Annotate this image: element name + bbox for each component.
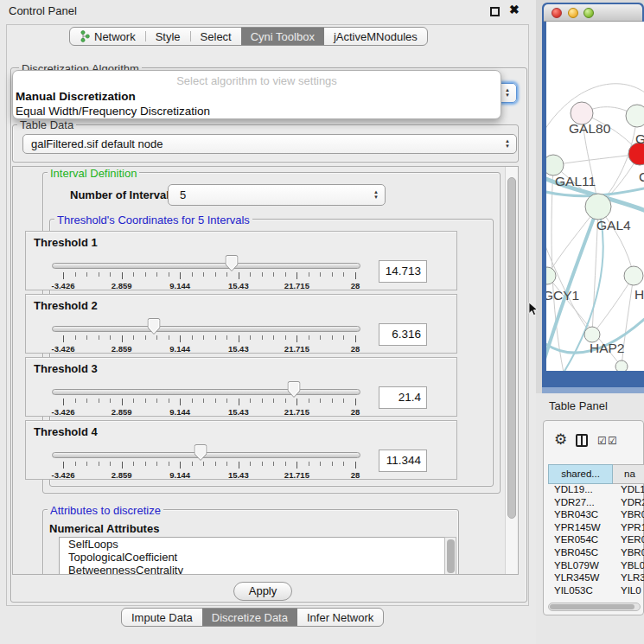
bottom-tab-discretize-data[interactable]: Discretize Data <box>202 609 297 626</box>
table-panel-title: Table Panel <box>549 399 608 412</box>
bottom-tab-impute-data[interactable]: Impute Data <box>122 609 202 626</box>
slider-thumb[interactable] <box>226 255 239 271</box>
cell-shared-name: YER054C <box>548 534 613 547</box>
cell-name: YER0 <box>613 534 644 547</box>
network-node[interactable] <box>615 360 628 371</box>
table-horizontal-scrollbar[interactable] <box>548 603 641 611</box>
tick-mark <box>215 462 216 466</box>
network-window-titlebar[interactable] <box>544 4 642 22</box>
tab-label: jActiveMNodules <box>334 30 418 43</box>
network-node[interactable] <box>546 267 556 284</box>
table-row[interactable]: YPR145WYPR1 <box>548 522 644 535</box>
table-row[interactable]: YBR045CYBR0 <box>548 547 644 560</box>
tick-label: 21.715 <box>284 407 309 417</box>
threshold-value-field[interactable]: 21.4 <box>379 386 427 409</box>
network-node[interactable] <box>626 105 644 127</box>
thresholds-group-title: Threshold's Coordinates for 5 Intervals <box>54 214 252 226</box>
dropdown-placeholder-item[interactable]: Select algorithm to view settings <box>13 74 501 89</box>
checked-box-icon-2[interactable]: ☑ <box>608 435 617 447</box>
table-data-combobox[interactable]: galFiltered.sif default node ▲▼ <box>22 134 517 154</box>
column-header-shared-name[interactable]: shared... <box>548 464 613 484</box>
bottom-tab-strip: Impute DataDiscretize DataInfer Network <box>121 608 384 627</box>
slider-tick-labels: -3.426 2.859 9.144 15.43 21.715 28 <box>63 344 355 353</box>
attribute-item-topologicalcoefficient[interactable]: TopologicalCoefficient <box>60 551 455 564</box>
threshold-slider-track[interactable] <box>52 389 360 395</box>
minimize-traffic-light-icon[interactable] <box>568 8 578 18</box>
tick-label: 15.43 <box>228 281 249 290</box>
tab-jactivemnodules[interactable]: jActiveMNodules <box>324 28 427 45</box>
slider-thumb[interactable] <box>288 381 301 398</box>
table-row[interactable]: YIL053CYIL0 <box>548 585 644 596</box>
checked-box-icon-1[interactable]: ☑ <box>597 435 607 447</box>
attribute-item-selfloops[interactable]: SelfLoops <box>60 538 455 551</box>
tick-mark <box>145 462 146 466</box>
tick-mark <box>320 399 321 403</box>
tab-style[interactable]: Style <box>146 28 190 45</box>
tick-mark <box>169 272 169 277</box>
close-icon[interactable]: ✖ <box>509 3 520 16</box>
column-header-name[interactable]: na <box>613 464 644 484</box>
slider-thumb[interactable] <box>147 318 160 335</box>
settings-vertical-scrollbar[interactable] <box>505 167 518 574</box>
tick-mark <box>273 462 274 466</box>
table-panel: Table Panel ⚙ ☑ ☑ shared... na YDL19...Y… <box>536 393 644 644</box>
float-icon[interactable] <box>490 7 500 16</box>
tick-mark <box>169 462 169 466</box>
column-layout-icon[interactable] <box>576 434 588 447</box>
table-row[interactable]: YDL19...YDL1 <box>548 484 644 497</box>
network-node[interactable] <box>624 266 643 285</box>
gear-icon[interactable]: ⚙ <box>554 430 567 449</box>
tick-mark <box>75 462 76 466</box>
control-panel: Control Panel ✖ NetworkStyleSelectCyni T… <box>0 0 536 644</box>
network-node[interactable] <box>585 194 611 220</box>
table-row[interactable]: YDR27...YDR2 <box>548 497 644 510</box>
tick-mark <box>110 462 111 466</box>
tab-network[interactable]: Network <box>70 28 145 45</box>
tick-mark <box>309 462 309 466</box>
number-of-intervals-combobox[interactable]: 5 ▲▼ <box>168 184 386 206</box>
tick-mark <box>262 462 263 466</box>
dropdown-option-manual-discretization[interactable]: Manual Discretization <box>13 89 501 104</box>
tick-mark <box>262 399 263 403</box>
threshold-value-field[interactable]: 11.344 <box>379 450 427 472</box>
tick-label: 28 <box>351 470 360 480</box>
scrollbar-thumb[interactable] <box>507 177 516 519</box>
tick-mark <box>169 399 169 403</box>
table-row[interactable]: YBR043CYBR0 <box>548 509 644 522</box>
slider-thumb[interactable] <box>194 444 207 461</box>
tick-mark <box>156 272 157 277</box>
tick-mark <box>273 399 274 403</box>
numerical-attributes-list[interactable]: SelfLoopsTopologicalCoefficientBetweenne… <box>59 537 456 575</box>
zoom-traffic-light-icon[interactable] <box>583 8 594 18</box>
threshold-panel-4: Threshold 4 -3.426 2.859 9.144 15.43 21.… <box>25 420 457 480</box>
cell-shared-name: YDR27... <box>548 497 613 510</box>
tick-label: -3.426 <box>52 281 75 290</box>
tick-mark <box>262 272 263 277</box>
bottom-tab-infer-network[interactable]: Infer Network <box>297 609 383 626</box>
tab-select[interactable]: Select <box>191 28 241 45</box>
network-canvas[interactable]: GAL80GACGAL11GAL4GCY1HHAP2 <box>546 22 644 371</box>
threshold-value-field[interactable]: 14.713 <box>379 260 427 283</box>
tick-label: 28 <box>351 281 360 290</box>
threshold-panel-2: Threshold 2 -3.426 2.859 9.144 15.43 21.… <box>25 294 457 354</box>
attributes-list-scrollbar[interactable] <box>444 537 456 575</box>
threshold-slider-track[interactable] <box>52 326 360 332</box>
table-row[interactable]: YBL079WYBL0 <box>548 560 644 573</box>
threshold-slider-track[interactable] <box>52 263 360 269</box>
network-node[interactable] <box>546 155 564 175</box>
panel-title: Control Panel <box>9 4 77 17</box>
cell-name: YDR2 <box>613 497 644 510</box>
threshold-label: Threshold 4 <box>34 425 98 438</box>
tick-mark <box>156 335 157 340</box>
dropdown-option-equal-width-frequency[interactable]: Equal Width/Frequency Discretization <box>13 104 501 118</box>
tab-cyni-toolbox[interactable]: Cyni Toolbox <box>241 28 324 45</box>
table-row[interactable]: YLR345WYLR3 <box>548 572 644 585</box>
attribute-item-betweennesscentrality[interactable]: BetweennessCentrality <box>60 564 455 575</box>
threshold-value-field[interactable]: 6.316 <box>379 323 427 346</box>
close-traffic-light-icon[interactable] <box>552 8 562 18</box>
table-row[interactable]: YER054CYER0 <box>548 534 644 547</box>
tick-mark <box>343 272 344 277</box>
tick-mark <box>192 335 193 340</box>
tick-label: -3.426 <box>52 470 75 480</box>
apply-button[interactable]: Apply <box>233 582 292 601</box>
